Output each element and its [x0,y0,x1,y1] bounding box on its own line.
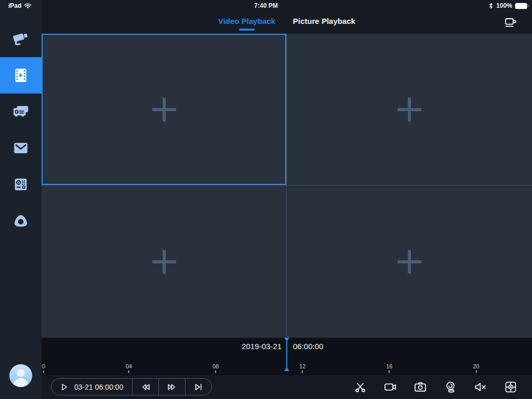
cctv-camera-icon [11,30,30,48]
mute-button[interactable] [473,380,488,394]
status-bar: 7:40 PM 100% [42,0,532,11]
sidebar-item-video-playback[interactable] [0,57,42,94]
record-button[interactable] [383,380,397,394]
sidebar-nav [0,21,42,239]
ptz-control-icon [503,380,518,394]
timeline-tick: 0 [42,363,45,373]
channel-config-button[interactable] [503,15,518,31]
tab-video-playback-label: Video Playback [218,17,275,25]
rewind-button[interactable] [132,379,158,395]
snapshot-camera-icon [413,380,428,394]
video-pane-3[interactable] [42,185,286,338]
video-pane-1[interactable] [42,34,286,185]
ptz-button[interactable] [503,380,518,394]
dome-camera-icon [11,211,30,230]
mute-speaker-icon [473,380,488,394]
app-screen: iPad [0,0,532,399]
user-avatar-icon [8,363,33,388]
battery-percent: 100% [496,2,512,9]
add-channel-plus-icon [397,250,421,274]
rewind-icon [139,381,152,393]
timeline-time-label: 06:00:00 [293,342,323,351]
snapshot-button[interactable] [413,380,428,394]
fast-forward-button[interactable] [158,379,185,395]
timeline-playhead[interactable] [286,338,287,371]
video-grid [42,34,532,338]
fisheye-icon [443,380,458,394]
fast-forward-icon [166,381,178,393]
tab-active-underline [239,29,255,31]
play-icon [58,381,70,393]
sidebar-item-dome-camera[interactable] [0,203,42,239]
add-channel-plus-icon [397,98,421,122]
battery-icon [515,3,529,9]
playback-toolbar: 03-21 06:00:00 [42,375,532,399]
add-channel-plus-icon [152,98,176,122]
film-playback-icon [12,66,30,84]
video-pane-4[interactable] [287,185,532,338]
status-right: 100% [488,2,529,9]
timeline-tick: 20 [473,363,479,373]
mail-icon [12,139,30,157]
sidebar-item-messages[interactable] [0,130,42,166]
next-frame-button[interactable] [185,379,211,395]
intercom-panel-icon [12,176,30,193]
next-frame-icon [192,381,205,393]
sidebar: iPad [0,0,42,399]
timeline-tick: 08 [212,363,219,373]
sidebar-item-device-manager[interactable] [0,94,42,130]
status-left: iPad [8,2,32,9]
play-time-button[interactable]: 03-21 06:00:00 [51,379,132,395]
clip-button[interactable] [353,380,367,394]
wifi-icon [24,3,32,9]
fisheye-button[interactable] [443,380,458,394]
tool-buttons [353,375,518,399]
sidebar-item-live-view[interactable] [0,21,42,57]
sidebar-item-intercom[interactable] [0,166,42,203]
user-avatar[interactable] [8,363,33,388]
timeline-date-label: 2019-03-21 [242,342,282,351]
tab-bar: Video Playback Picture Playback [42,11,532,34]
record-video-icon [383,380,397,394]
status-clock: 7:40 PM [254,2,277,9]
tab-picture-playback-label: Picture Playback [293,17,355,25]
timeline-tick: 16 [386,363,392,373]
timeline-tick: 12 [299,363,305,373]
transport-controls: 03-21 06:00:00 [51,378,212,395]
tab-picture-playback[interactable]: Picture Playback [292,14,356,32]
video-pane-2[interactable] [287,34,532,185]
playback-time-label: 03-21 06:00:00 [74,383,123,391]
device-label: iPad [8,2,21,9]
timeline-track[interactable]: 2019-03-21 06:00:00 00408121620 [42,338,532,375]
timeline-tick: 04 [126,363,132,373]
bluetooth-icon [488,2,494,9]
dvr-device-icon [11,102,30,121]
add-channel-plus-icon [152,250,176,274]
tab-video-playback[interactable]: Video Playback [217,14,276,32]
main-area: 7:40 PM 100% Video Playback [42,0,532,399]
channel-config-icon [503,16,518,30]
scissors-clip-icon [353,380,367,394]
